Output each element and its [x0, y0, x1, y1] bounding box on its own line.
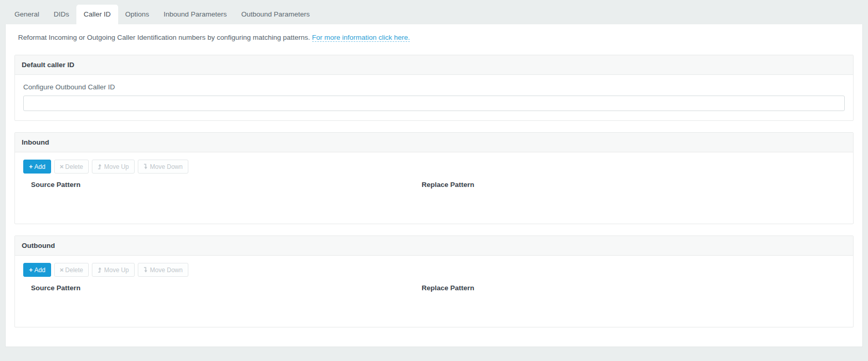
outbound-toolbar: + Add × Delete Move Up Mov — [23, 263, 845, 277]
tab-dids[interactable]: DIDs — [46, 5, 76, 24]
inbound-replace-pattern-header: Replace Pattern — [422, 181, 845, 189]
inbound-source-pattern-header: Source Pattern — [31, 181, 422, 189]
description-text: Reformat Incoming or Outgoing Caller Ide… — [18, 34, 310, 41]
outbound-table-header: Source Pattern Replace Pattern — [23, 284, 845, 292]
plus-icon: + — [29, 266, 33, 273]
outbound-caller-id-input[interactable] — [23, 96, 845, 111]
inbound-toolbar: + Add × Delete Move Up Mov — [23, 160, 845, 174]
tab-caller-id[interactable]: Caller ID — [76, 5, 118, 24]
inbound-move-up-button[interactable]: Move Up — [92, 160, 135, 174]
level-down-arrow-icon — [143, 267, 149, 273]
inbound-table-empty-area — [23, 189, 845, 214]
inbound-table-header: Source Pattern Replace Pattern — [23, 181, 845, 189]
page-description: Reformat Incoming or Outgoing Caller Ide… — [14, 24, 854, 55]
outbound-replace-pattern-header: Replace Pattern — [422, 284, 845, 292]
inbound-section: Inbound + Add × Delete Move Up — [14, 132, 854, 224]
configure-outbound-caller-id-label: Configure Outbound Caller ID — [23, 83, 845, 91]
tab-options[interactable]: Options — [118, 5, 157, 24]
inbound-delete-button[interactable]: × Delete — [54, 160, 89, 174]
inbound-move-down-button[interactable]: Move Down — [138, 160, 188, 174]
tab-bar: General DIDs Caller ID Options Inbound P… — [0, 0, 868, 24]
plus-icon: + — [29, 163, 33, 170]
tab-inbound-parameters[interactable]: Inbound Parameters — [156, 5, 234, 24]
default-caller-id-section: Default caller ID Configure Outbound Cal… — [14, 55, 854, 121]
inbound-section-title: Inbound — [15, 133, 853, 152]
outbound-source-pattern-header: Source Pattern — [31, 284, 422, 292]
tab-general[interactable]: General — [7, 5, 46, 24]
x-icon: × — [60, 163, 64, 170]
level-down-arrow-icon — [143, 164, 149, 169]
more-information-link[interactable]: For more information click here. — [312, 34, 410, 42]
level-up-arrow-icon — [98, 164, 103, 169]
x-icon: × — [60, 266, 64, 273]
outbound-section: Outbound + Add × Delete Move Up — [14, 236, 854, 327]
caller-id-tab-panel: Reformat Incoming or Outgoing Caller Ide… — [5, 24, 863, 347]
tab-outbound-parameters[interactable]: Outbound Parameters — [234, 5, 317, 24]
level-up-arrow-icon — [98, 267, 103, 273]
outbound-move-down-button[interactable]: Move Down — [138, 263, 188, 277]
outbound-move-up-button[interactable]: Move Up — [92, 263, 135, 277]
outbound-table-empty-area — [23, 292, 845, 318]
outbound-delete-button[interactable]: × Delete — [54, 263, 89, 277]
outbound-section-title: Outbound — [15, 236, 853, 256]
default-caller-id-title: Default caller ID — [15, 55, 853, 75]
outbound-add-button[interactable]: + Add — [23, 263, 51, 277]
inbound-add-button[interactable]: + Add — [23, 160, 51, 174]
